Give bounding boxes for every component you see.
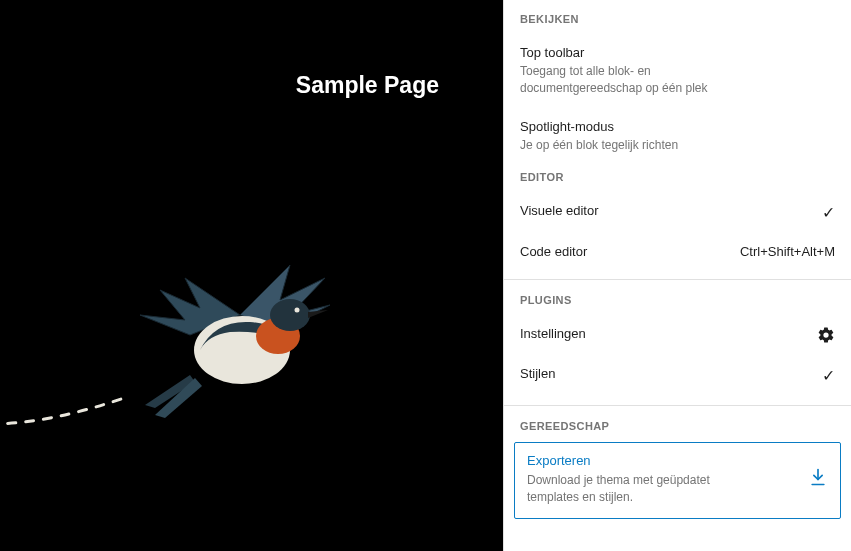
option-title: Stijlen (520, 366, 814, 381)
check-icon (822, 366, 835, 385)
option-top-toolbar[interactable]: Top toolbar Toegang tot alle blok- en do… (504, 35, 851, 109)
option-spotlight-mode[interactable]: Spotlight-modus Je op één blok tegelijk … (504, 109, 851, 166)
option-title: Visuele editor (520, 203, 814, 218)
svg-point-2 (270, 299, 310, 331)
divider (504, 279, 851, 280)
option-code-editor[interactable]: Code editor Ctrl+Shift+Alt+M (504, 234, 851, 271)
option-desc: Je op één blok tegelijk richten (520, 137, 770, 154)
keyboard-shortcut: Ctrl+Shift+Alt+M (740, 244, 835, 259)
download-icon (808, 467, 828, 491)
option-styles[interactable]: Stijlen (504, 356, 851, 397)
option-title: Instellingen (520, 326, 809, 341)
option-settings[interactable]: Instellingen (504, 316, 851, 356)
option-desc: Download je thema met geüpdatet template… (527, 472, 757, 506)
option-title: Exporteren (527, 453, 808, 468)
section-editor-label: EDITOR (504, 171, 851, 193)
option-export[interactable]: Exporteren Download je thema met geüpdat… (514, 442, 841, 519)
check-icon (822, 203, 835, 222)
editor-canvas[interactable]: Sample Page (0, 0, 503, 551)
option-title: Spotlight-modus (520, 119, 835, 134)
section-tools-label: GEREEDSCHAP (504, 420, 851, 442)
options-panel: BEKIJKEN Top toolbar Toegang tot alle bl… (503, 0, 851, 551)
svg-point-3 (295, 308, 300, 313)
gear-icon (817, 326, 835, 344)
section-view-label: BEKIJKEN (504, 13, 851, 35)
option-title: Code editor (520, 244, 732, 259)
motion-trail (0, 390, 150, 430)
divider (504, 405, 851, 406)
page-title: Sample Page (296, 72, 439, 99)
option-visual-editor[interactable]: Visuele editor (504, 193, 851, 234)
option-title: Top toolbar (520, 45, 835, 60)
section-plugins-label: PLUGINS (504, 294, 851, 316)
option-desc: Toegang tot alle blok- en documentgereed… (520, 63, 770, 97)
app-root: Sample Page BEKIJKEN To (0, 0, 851, 551)
bird-image (130, 260, 350, 430)
